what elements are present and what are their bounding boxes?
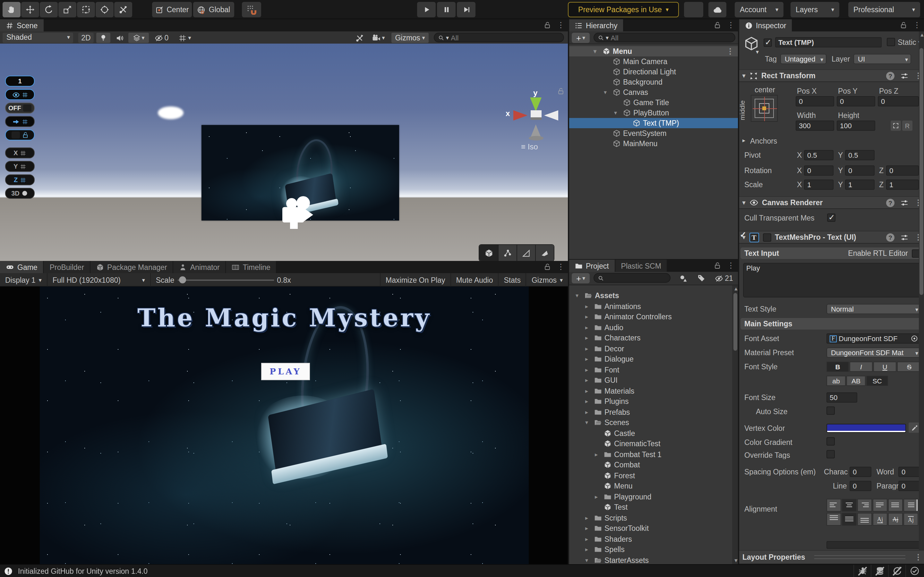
overlay-lock-toggle[interactable] [5, 129, 35, 140]
presets-icon[interactable] [900, 71, 909, 80]
kebab-menu-icon[interactable]: ⋮ [727, 261, 735, 270]
expand-arrow[interactable]: ▸ [585, 523, 588, 533]
preview-packages-dropdown[interactable]: Preview Packages in Use▾ [568, 2, 679, 17]
mute-audio-toggle[interactable]: Mute Audio [451, 273, 499, 287]
tree-row[interactable]: Menu [569, 481, 738, 491]
play-button[interactable] [417, 2, 436, 17]
tree-row[interactable]: ▸Plugins [569, 396, 738, 406]
collapse-arrow[interactable]: ▾ [594, 46, 596, 56]
align-capline-button[interactable]: Aj [903, 513, 918, 526]
collapse-arrow[interactable]: ▾ [575, 290, 578, 301]
static-checkbox[interactable] [887, 38, 895, 46]
scene-gizmos-dropdown[interactable]: Gizmos▾ [391, 33, 429, 43]
search-by-type-button[interactable] [676, 273, 691, 284]
tree-row[interactable]: ▸GUI [569, 375, 738, 385]
character-spacing-field[interactable]: 0 [850, 467, 871, 477]
overlay-y-grid-button[interactable]: Y [5, 161, 35, 172]
project-search-field[interactable] [594, 273, 670, 283]
underline-toggle[interactable]: U [873, 362, 897, 372]
presets-icon[interactable] [900, 198, 909, 207]
tree-row[interactable]: Game Title [569, 97, 738, 108]
foldout-arrow[interactable]: ▸ [742, 137, 745, 143]
scale-z-field[interactable]: 1 [886, 179, 919, 190]
kebab-menu-icon[interactable]: ⋮ [726, 47, 734, 56]
align-right-button[interactable] [857, 499, 872, 512]
italic-toggle[interactable]: I [850, 362, 873, 372]
rect-tool-button[interactable] [77, 2, 95, 17]
pivot-x-field[interactable]: 0.5 [804, 150, 834, 160]
tree-row[interactable]: ▸Characters [569, 333, 738, 343]
pos-z-field[interactable]: 0 [878, 96, 919, 106]
blueprint-mode-button[interactable] [891, 121, 901, 131]
tmp-text-area[interactable]: Play [743, 263, 921, 298]
tree-row[interactable]: ▾StarterAssets [569, 555, 738, 564]
transform-tool-button[interactable] [95, 2, 113, 17]
select-edge-button[interactable] [517, 245, 535, 261]
expand-arrow[interactable]: ▸ [585, 354, 588, 364]
game-gizmos-dropdown[interactable]: Gizmos▾ [527, 273, 568, 287]
lowercase-toggle[interactable]: ab [827, 376, 846, 386]
tree-row[interactable]: Combat [569, 460, 738, 470]
lock-icon[interactable] [543, 263, 551, 271]
scroll-up-arrow[interactable]: ▲ [733, 286, 738, 292]
auto-size-checkbox[interactable] [827, 406, 835, 415]
active-checkbox[interactable] [764, 39, 772, 47]
wrapping-field-partial[interactable] [827, 541, 921, 549]
bold-toggle[interactable]: B [827, 362, 849, 372]
rotation-z-field[interactable]: 0 [886, 165, 919, 176]
help-icon[interactable]: ? [886, 233, 895, 242]
account-dropdown[interactable]: Account▾ [735, 2, 783, 17]
lock-icon[interactable] [714, 261, 721, 269]
kebab-menu-icon[interactable]: ⋮ [557, 21, 565, 29]
rotation-x-field[interactable]: 0 [804, 165, 834, 176]
down-axis-cone[interactable] [531, 124, 541, 137]
help-icon[interactable]: ? [886, 198, 895, 207]
lock-icon[interactable] [900, 21, 907, 29]
add-asset-button[interactable]: +▾ [572, 273, 590, 284]
maximize-on-play-toggle[interactable]: Maximize On Play [380, 273, 451, 287]
tree-row[interactable]: ▸Scripts [569, 513, 738, 523]
cloud-services-button[interactable] [708, 2, 726, 17]
tree-row[interactable]: ▸Dialogue [569, 354, 738, 364]
tree-row[interactable]: ▾Assets [569, 290, 738, 301]
chevron-down-icon[interactable]: ▾ [756, 49, 759, 55]
tree-row[interactable]: Test [569, 502, 738, 512]
collapse-arrow[interactable]: ▾ [585, 555, 588, 564]
free-axis-cone[interactable] [544, 110, 558, 121]
scale-tool-button[interactable] [58, 2, 76, 17]
scene-effects-dropdown[interactable]: ▾ [128, 33, 149, 43]
overlay-frame-button[interactable]: 1 [5, 76, 35, 87]
tab-scene[interactable]: Scene [0, 19, 44, 31]
tree-row[interactable]: ▸Audio [569, 322, 738, 332]
expand-arrow[interactable]: ▸ [585, 322, 588, 332]
cull-transparent-checkbox[interactable] [827, 213, 835, 222]
rotate-tool-button[interactable] [40, 2, 58, 17]
eyedropper-button[interactable] [909, 422, 920, 433]
code-coverage-button[interactable] [905, 564, 923, 577]
scene-lighting-toggle[interactable] [96, 33, 110, 43]
y-axis-cone[interactable] [530, 97, 541, 111]
anchor-preset-widget[interactable] [751, 95, 778, 122]
move-tool-button[interactable] [21, 2, 39, 17]
align-flush-button[interactable] [888, 499, 903, 512]
align-top-button[interactable] [827, 513, 841, 526]
tree-row[interactable]: ▸SensorToolkit [569, 523, 738, 533]
scene-visibility-toggle[interactable]: 0 [152, 33, 172, 43]
rect-transform-header[interactable]: ▾ Rect Transform ?⋮ [739, 69, 924, 82]
select-object-button[interactable] [479, 245, 498, 261]
tmp-header[interactable]: ▾ T TextMeshPro - Text (UI) ?⋮ [739, 231, 924, 243]
strikethrough-toggle[interactable]: S [897, 362, 921, 372]
overlay-z-grid-button[interactable]: Z [5, 174, 35, 185]
tree-row[interactable]: ▸Decor [569, 343, 738, 354]
inspector-scrollbar[interactable]: ▲ [919, 31, 924, 550]
custom-tool-button[interactable] [114, 2, 132, 17]
foldout-arrow[interactable]: ▾ [742, 199, 745, 206]
tree-row[interactable]: CinematicTest [569, 438, 738, 449]
collapse-arrow[interactable]: ▾ [614, 108, 617, 118]
presets-icon[interactable] [900, 233, 909, 242]
text-style-dropdown[interactable]: Normal [827, 304, 921, 314]
scene-search-input[interactable] [451, 34, 559, 41]
pos-x-field[interactable]: 0 [796, 96, 834, 106]
paragraph-spacing-field[interactable]: 0 [898, 481, 920, 491]
select-vertex-button[interactable] [498, 245, 517, 261]
